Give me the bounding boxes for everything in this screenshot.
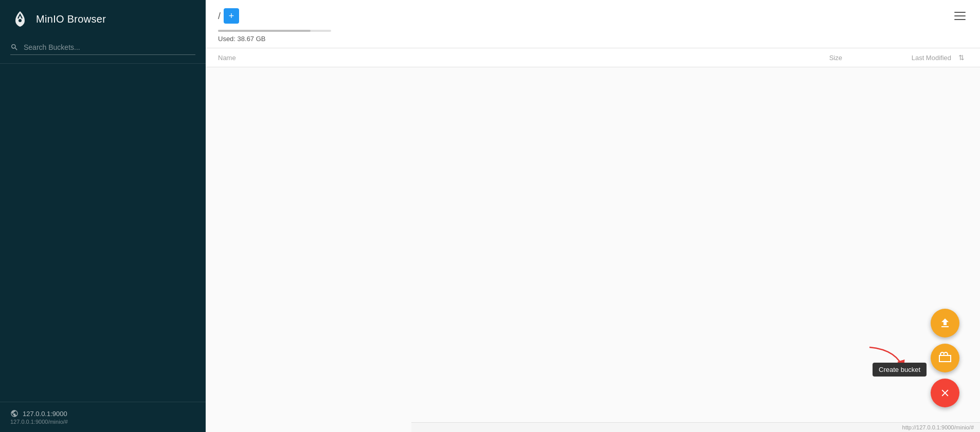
status-bar: http://127.0.0.1:9000/minio/# xyxy=(411,422,980,432)
sidebar-header: MinIO Browser xyxy=(0,0,206,38)
sidebar-footer: 127.0.0.1:9000 127.0.0.1:9000/minio/# xyxy=(0,402,206,432)
minio-logo-icon xyxy=(10,9,30,29)
footer-url: 127.0.0.1:9000/minio/# xyxy=(10,419,195,425)
fab-container xyxy=(931,309,959,407)
hamburger-line xyxy=(954,19,966,20)
main-content: / + Used: 38.67 GB Name Size Last Modifi… xyxy=(206,0,980,432)
table-body xyxy=(206,67,980,432)
plus-icon: + xyxy=(229,11,234,22)
add-bucket-button[interactable]: + xyxy=(224,8,239,24)
sidebar: MinIO Browser 127.0.0.1:9000 127.0.0.1:9… xyxy=(0,0,206,432)
create-bucket-button[interactable] xyxy=(931,344,959,372)
arrow-indicator xyxy=(867,345,908,375)
server-info: 127.0.0.1:9000 xyxy=(10,409,195,418)
col-modified-header: Last Modified xyxy=(842,54,955,62)
main-toolbar: / + xyxy=(206,0,980,28)
bucket-icon xyxy=(939,352,951,364)
svg-point-0 xyxy=(19,19,22,22)
usage-text: Used: 38.67 GB xyxy=(206,32,980,48)
server-address: 127.0.0.1:9000 xyxy=(23,410,67,418)
upload-button[interactable] xyxy=(931,309,959,337)
breadcrumb-slash: / xyxy=(218,11,221,22)
bucket-list xyxy=(0,64,206,402)
upload-icon xyxy=(939,317,951,329)
col-name-header: Name xyxy=(218,54,781,62)
hamburger-line xyxy=(954,12,966,13)
usage-bar-container xyxy=(206,28,980,32)
globe-icon xyxy=(10,409,19,418)
hamburger-menu-button[interactable] xyxy=(952,10,968,22)
search-container xyxy=(0,38,206,64)
hamburger-line xyxy=(954,15,966,16)
search-icon xyxy=(10,43,19,51)
search-wrapper xyxy=(10,43,195,55)
sort-button[interactable]: ⇅ xyxy=(955,53,968,62)
search-input[interactable] xyxy=(24,43,195,51)
app-title: MinIO Browser xyxy=(36,13,106,25)
close-fab-button[interactable] xyxy=(931,379,959,407)
table-header: Name Size Last Modified ⇅ xyxy=(206,48,980,67)
breadcrumb: / + xyxy=(218,8,239,24)
col-size-header: Size xyxy=(781,54,842,62)
close-icon xyxy=(939,387,951,399)
